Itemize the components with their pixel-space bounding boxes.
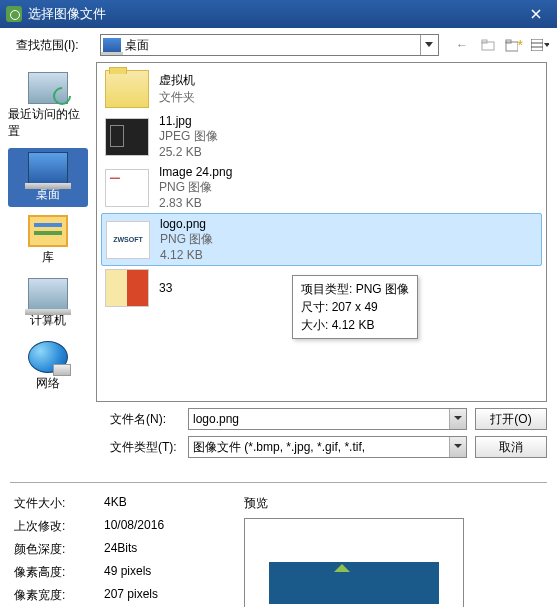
place-recent[interactable]: 最近访问的位置: [8, 68, 88, 144]
place-desktop[interactable]: 桌面: [8, 148, 88, 207]
preview-image: [269, 562, 439, 604]
file-thumbnail: [105, 169, 149, 207]
file-thumbnail: [106, 221, 150, 259]
file-size: 2.83 KB: [159, 196, 232, 210]
open-button[interactable]: 打开(O): [475, 408, 547, 430]
app-icon: [6, 6, 22, 22]
file-list[interactable]: 虚拟机文件夹11.jpgJPEG 图像25.2 KBImage 24.pngPN…: [96, 62, 547, 402]
lookin-row: 查找范围(I): 桌面 ← *: [0, 28, 557, 62]
file-name: 33: [159, 281, 172, 295]
prop-depth-label: 颜色深度:: [14, 541, 104, 558]
desktop-icon: [28, 152, 68, 184]
preview-label: 预览: [244, 495, 464, 512]
file-type: PNG 图像: [160, 231, 213, 248]
new-folder-button[interactable]: *: [505, 36, 523, 54]
filetype-select[interactable]: 图像文件 (*.bmp, *.jpg, *.gif, *.tif,: [188, 436, 467, 458]
cancel-button[interactable]: 取消: [475, 436, 547, 458]
titlebar: 选择图像文件: [0, 0, 557, 28]
file-size: 4.12 KB: [160, 248, 213, 262]
prop-lastmod-value: 10/08/2016: [104, 518, 164, 535]
file-thumbnail: [105, 118, 149, 156]
place-label: 库: [42, 249, 54, 266]
file-type: PNG 图像: [159, 179, 232, 196]
file-thumbnail: [105, 70, 149, 108]
desktop-icon: [103, 38, 121, 52]
prop-height-value: 49 pixels: [104, 564, 151, 581]
view-menu-button[interactable]: [531, 36, 549, 54]
location-combo[interactable]: 桌面: [100, 34, 439, 56]
prop-lastmod-label: 上次修改:: [14, 518, 104, 535]
file-item[interactable]: 虚拟机文件夹: [101, 67, 542, 111]
filename-input[interactable]: logo.png: [188, 408, 467, 430]
lookin-label: 查找范围(I):: [16, 37, 94, 54]
file-type: 文件夹: [159, 89, 195, 106]
places-bar: 最近访问的位置桌面库计算机网络: [0, 62, 96, 402]
place-label: 最近访问的位置: [8, 106, 88, 140]
filename-label: 文件名(N):: [110, 411, 180, 428]
prop-width-value: 207 pixels: [104, 587, 158, 604]
file-item[interactable]: logo.pngPNG 图像4.12 KB: [101, 213, 542, 266]
file-name: 虚拟机: [159, 72, 195, 89]
place-label: 网络: [36, 375, 60, 392]
filetype-label: 文件类型(T):: [110, 439, 180, 456]
prop-filesize-value: 4KB: [104, 495, 127, 512]
recent-icon: [28, 72, 68, 104]
divider: [10, 482, 547, 483]
window-title: 选择图像文件: [28, 5, 521, 23]
preview-box: [244, 518, 464, 607]
file-size: 25.2 KB: [159, 145, 218, 159]
back-button[interactable]: ←: [453, 36, 471, 54]
library-icon: [28, 215, 68, 247]
place-pc[interactable]: 计算机: [8, 274, 88, 333]
file-name: 11.jpg: [159, 114, 218, 128]
prop-height-label: 像素高度:: [14, 564, 104, 581]
file-name: Image 24.png: [159, 165, 232, 179]
file-thumbnail: [105, 269, 149, 307]
file-type: JPEG 图像: [159, 128, 218, 145]
place-library[interactable]: 库: [8, 211, 88, 270]
close-icon: [531, 9, 541, 19]
pc-icon: [28, 278, 68, 310]
chevron-down-icon: [420, 35, 436, 55]
place-network[interactable]: 网络: [8, 337, 88, 396]
close-button[interactable]: [521, 4, 551, 24]
properties-panel: 文件大小:4KB 上次修改:10/08/2016 颜色深度:24Bits 像素高…: [14, 495, 224, 607]
svg-rect-4: [531, 39, 543, 51]
prop-filesize-label: 文件大小:: [14, 495, 104, 512]
file-item[interactable]: Image 24.pngPNG 图像2.83 KB: [101, 162, 542, 213]
file-name: logo.png: [160, 217, 213, 231]
network-icon: [28, 341, 68, 373]
file-tooltip: 项目类型: PNG 图像 尺寸: 207 x 49 大小: 4.12 KB: [292, 275, 418, 339]
file-item[interactable]: 11.jpgJPEG 图像25.2 KB: [101, 111, 542, 162]
up-button[interactable]: [479, 36, 497, 54]
location-text: 桌面: [125, 37, 420, 54]
prop-width-label: 像素宽度:: [14, 587, 104, 604]
prop-depth-value: 24Bits: [104, 541, 137, 558]
toolbar: ← *: [453, 36, 549, 54]
